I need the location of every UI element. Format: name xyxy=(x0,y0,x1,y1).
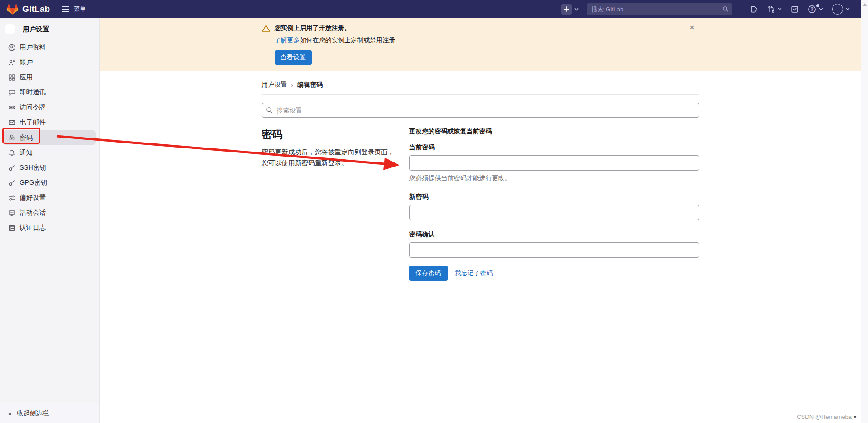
settings-sidebar: 用户设置 用户资料 帐户 应用 即时通讯 访问令牌 xyxy=(0,18,100,423)
user-avatar xyxy=(832,4,843,15)
sidebar-nav: 用户资料 帐户 应用 即时通讯 访问令牌 电子邮件 xyxy=(0,40,99,235)
log-table-icon xyxy=(8,224,15,231)
user-settings-avatar xyxy=(5,24,15,34)
collapse-chevrons-icon: « xyxy=(8,409,11,417)
gitlab-wordmark[interactable]: GitLab xyxy=(22,4,50,14)
issues-icon xyxy=(750,5,758,13)
sidebar-item-gpg-keys[interactable]: GPG密钥 xyxy=(0,175,99,190)
account-icon xyxy=(8,59,15,66)
sidebar-item-applications[interactable]: 应用 xyxy=(0,70,99,85)
breadcrumb-separator: › xyxy=(291,82,293,89)
section-description: 密码更新成功后，您将被重定向到登录页面，您可以使用新密码重新登录。 xyxy=(262,147,397,168)
sidebar-item-password[interactable]: 密码 xyxy=(4,130,96,145)
sidebar-title: 用户设置 xyxy=(23,25,49,34)
menu-button[interactable]: 菜单 xyxy=(62,5,86,13)
new-item-button[interactable] xyxy=(561,4,572,15)
gitlab-logo-icon[interactable] xyxy=(6,3,19,15)
key-icon xyxy=(8,179,15,187)
merge-requests-button[interactable] xyxy=(767,5,782,13)
sidebar-item-chat[interactable]: 即时通讯 xyxy=(0,85,99,100)
warning-triangle-icon xyxy=(262,25,270,32)
user-menu-chevron-down-icon xyxy=(846,8,850,10)
sidebar-item-access-tokens[interactable]: 访问令牌 xyxy=(0,100,99,115)
plus-icon xyxy=(564,6,569,12)
current-password-input[interactable] xyxy=(409,155,699,171)
settings-search xyxy=(262,103,699,118)
section-title: 密码 xyxy=(262,128,397,142)
save-password-button[interactable]: 保存密码 xyxy=(409,266,448,281)
hamburger-icon xyxy=(62,6,69,12)
sliders-icon xyxy=(8,194,15,202)
banner-description: 如何在您的实例上定制或禁用注册 xyxy=(300,36,395,44)
forgot-password-link[interactable]: 我忘记了密码 xyxy=(455,269,493,277)
main-content: 您实例上启用了开放注册。 了解更多如何在您的实例上定制或禁用注册 查看设置 × … xyxy=(100,18,861,423)
breadcrumb-current: 编辑密码 xyxy=(297,81,323,89)
help-button[interactable]: ? xyxy=(808,5,823,14)
monitor-icon xyxy=(8,209,15,216)
sidebar-item-auth-log[interactable]: 认证日志 xyxy=(0,220,99,235)
lock-icon xyxy=(8,134,15,141)
sidebar-item-active-sessions[interactable]: 活动会话 xyxy=(0,205,99,220)
help-notification-dot xyxy=(816,4,819,7)
current-password-label: 当前密码 xyxy=(409,143,699,152)
sidebar-item-account[interactable]: 帐户 xyxy=(0,55,99,70)
confirm-password-input[interactable] xyxy=(409,242,699,258)
merge-requests-chevron-down-icon xyxy=(778,8,782,10)
view-settings-button[interactable]: 查看设置 xyxy=(275,50,312,65)
todo-check-icon xyxy=(791,5,799,13)
new-password-input[interactable] xyxy=(409,205,699,220)
settings-search-input[interactable] xyxy=(262,103,699,118)
collapse-sidebar-label: 收起侧边栏 xyxy=(17,409,49,418)
access-token-icon xyxy=(8,104,15,111)
learn-more-link[interactable]: 了解更多 xyxy=(275,36,300,44)
help-icon: ? xyxy=(808,5,816,14)
help-chevron-down-icon xyxy=(819,8,823,10)
menu-label: 菜单 xyxy=(74,5,86,13)
key-icon xyxy=(8,164,15,172)
vertical-scrollbar[interactable] xyxy=(861,0,868,423)
sidebar-header: 用户设置 xyxy=(0,18,99,39)
global-search xyxy=(587,3,732,15)
registration-warning-banner: 您实例上启用了开放注册。 了解更多如何在您的实例上定制或禁用注册 查看设置 × xyxy=(100,18,861,71)
bell-icon xyxy=(8,149,15,157)
user-menu-button[interactable] xyxy=(832,4,850,15)
collapse-sidebar-button[interactable]: « 收起侧边栏 xyxy=(0,403,99,423)
new-password-label: 新密码 xyxy=(409,193,699,201)
top-navbar: GitLab 菜单 xyxy=(0,0,861,18)
chat-bubble-icon xyxy=(8,89,15,96)
sidebar-item-profile[interactable]: 用户资料 xyxy=(0,40,99,55)
email-icon xyxy=(8,119,15,126)
confirm-password-label: 密码确认 xyxy=(409,231,699,239)
user-profile-icon xyxy=(8,44,15,51)
issues-button[interactable] xyxy=(750,5,758,13)
search-icon xyxy=(266,107,273,113)
scroll-up-arrow-icon[interactable] xyxy=(863,3,867,6)
todos-button[interactable] xyxy=(791,5,799,13)
breadcrumb-divider xyxy=(262,94,699,95)
current-password-hint: 您必须提供当前密码才能进行更改。 xyxy=(409,174,699,182)
form-title: 更改您的密码或恢复当前密码 xyxy=(409,128,699,136)
sidebar-item-notifications[interactable]: 通知 xyxy=(0,145,99,160)
applications-grid-icon xyxy=(8,74,15,81)
sidebar-item-preferences[interactable]: 偏好设置 xyxy=(0,190,99,205)
merge-request-icon xyxy=(767,5,775,13)
banner-close-icon[interactable]: × xyxy=(688,24,696,32)
new-item-chevron-down-icon[interactable] xyxy=(574,8,579,11)
banner-title: 您实例上启用了开放注册。 xyxy=(275,24,395,32)
sidebar-item-emails[interactable]: 电子邮件 xyxy=(0,115,99,130)
gitlab-password-settings-page: GitLab 菜单 xyxy=(0,0,868,423)
sidebar-item-ssh-keys[interactable]: SSH密钥 xyxy=(0,160,99,175)
global-search-input[interactable] xyxy=(587,3,732,15)
breadcrumb: 用户设置 › 编辑密码 xyxy=(262,71,699,89)
breadcrumb-parent-link[interactable]: 用户设置 xyxy=(262,81,287,89)
svg-text:?: ? xyxy=(810,7,813,12)
search-icon xyxy=(722,6,729,12)
